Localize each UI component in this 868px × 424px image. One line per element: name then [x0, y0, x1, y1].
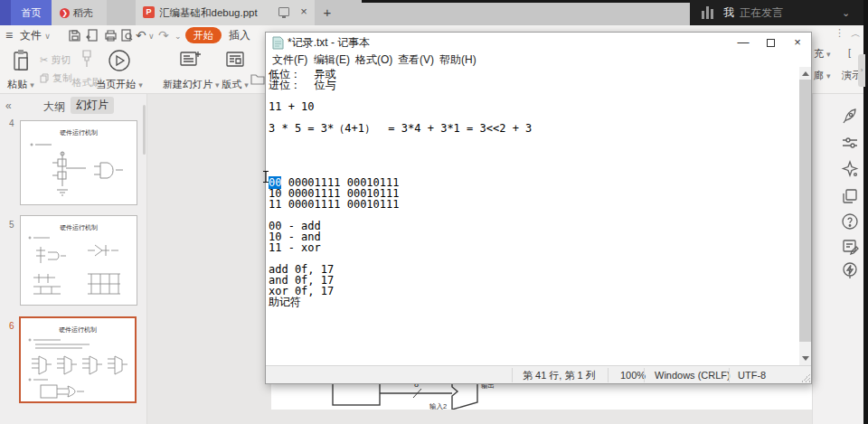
bracket-icon: [ — [848, 47, 851, 58]
speaking-status: 正在发言 — [740, 0, 783, 25]
resize-grip[interactable] — [801, 373, 810, 382]
notepad-text-line: 10 - and — [269, 231, 799, 242]
right-tool-rail — [812, 94, 863, 424]
docer-icon: ❯ — [60, 8, 70, 18]
slide-sketch — [21, 336, 136, 401]
zoom-level[interactable]: 100% — [620, 366, 646, 384]
new-slide-label: 新建幻灯片 — [163, 79, 212, 90]
side-panel-handle[interactable]: › — [858, 54, 865, 87]
notepad-text-line: xor 0f, 17 — [269, 286, 799, 297]
notepad-text-line: 11 - xor — [269, 242, 799, 253]
notepad-text-line: 00 - add — [269, 221, 799, 231]
notepad-text-area[interactable]: 低位： 异或进位： 位与11 + 103 * 5 = 3*（4+1） = 3*4… — [266, 67, 811, 365]
collapse-ribbon-icon[interactable]: ︿ — [851, 27, 861, 41]
menu-edit[interactable]: 编辑(E) — [314, 52, 350, 67]
cast-screen-icon[interactable] — [278, 7, 289, 16]
outline-button-partial[interactable]: 廊 ▾ — [814, 69, 831, 82]
more-vert-icon[interactable]: ⋮ — [835, 27, 844, 39]
help-icon[interactable] — [841, 212, 859, 231]
print-preview-icon[interactable] — [119, 28, 134, 42]
notepad-text-line: add 0f, 17 — [269, 264, 799, 275]
close-document-icon[interactable]: × — [297, 5, 311, 19]
notepad-window: *记录.txt - 记事本 — × 文件(F) 编辑(E) 格式(O) 查看(V… — [265, 32, 812, 384]
scroll-up-icon[interactable] — [799, 67, 811, 80]
file-menu[interactable]: 文件 ∨ — [20, 25, 51, 45]
panel-scrollbar[interactable] — [143, 105, 146, 155]
slide-thumbnail-4[interactable]: 硬件运行机制 — [20, 120, 137, 205]
redo-icon[interactable]: ↷ — [158, 25, 169, 45]
print-icon[interactable] — [103, 28, 118, 42]
menu-format[interactable]: 格式(O) — [355, 52, 392, 67]
meeting-status-bar[interactable]: 我 正在发言 ⌄ — [690, 0, 863, 25]
menu-help[interactable]: 帮助(H) — [439, 52, 476, 67]
more-tools-icon[interactable]: ⌄ — [175, 25, 182, 45]
collapse-panel-button[interactable]: « — [5, 99, 12, 112]
notepad-text-line — [269, 134, 799, 145]
new-slide-button[interactable]: 新建幻灯片 ▾ — [163, 49, 219, 72]
slide-thumbnail-6-selected[interactable]: 硬件运行机制 — [19, 316, 137, 403]
notepad-statusbar: 第 41 行, 第 1 列 100% Windows (CRLF) UTF-8 — [266, 365, 811, 383]
folder-icon[interactable] — [250, 72, 265, 85]
paste-label: 粘贴 — [7, 79, 27, 90]
copy-button[interactable]: 复制 — [40, 71, 72, 85]
tab-outline[interactable]: 大纲 — [43, 99, 65, 115]
notepad-text-line: and 0f, 17 — [269, 275, 799, 286]
tab-docer-label: 稻壳 — [73, 7, 93, 18]
slide-thumbnail-5[interactable]: 硬件运行机制 — [20, 215, 137, 306]
ppt-file-icon: P — [143, 6, 155, 18]
new-tab-button[interactable]: + — [318, 4, 336, 22]
cursor-position: 第 41 行, 第 1 列 — [523, 366, 596, 384]
menu-file[interactable]: 文件(F) — [272, 52, 307, 67]
notepad-title: *记录.txt - 记事本 — [288, 33, 370, 52]
rocket-icon[interactable] — [841, 107, 859, 125]
clipboard-icon — [11, 49, 31, 72]
duplicate-layers-icon[interactable] — [841, 187, 859, 205]
layout-label: 版式 — [222, 79, 241, 90]
play-from-current-button[interactable]: 当页开始 ▾ — [93, 49, 146, 74]
notes-edit-icon[interactable] — [841, 237, 859, 255]
notepad-text-line: 11 + 10 — [269, 101, 799, 112]
notepad-text-line: 低位： 异或 — [269, 69, 799, 80]
audio-level-icon — [702, 6, 716, 19]
cut-label: 剪切 — [51, 54, 71, 65]
input2-label: 输入2 — [429, 402, 447, 410]
notepad-text-line — [269, 145, 799, 155]
flash-pin-icon[interactable] — [841, 261, 859, 279]
layout-button[interactable]: 版式 ▾ — [220, 49, 250, 72]
encoding: UTF-8 — [738, 366, 766, 384]
slide-number-selected: 6 — [9, 321, 14, 331]
wps-presentation-app: 首页 ❯ 稻壳 P 汇编基础和debug.ppt × + 我 正在发言 ⌄ ≡ … — [0, 0, 868, 424]
minimize-button[interactable]: — — [730, 33, 757, 52]
tab-slides[interactable]: 幻灯片 — [71, 97, 114, 114]
undo-dropdown[interactable]: ∨ — [148, 25, 155, 45]
line-ending: Windows (CRLF) — [655, 366, 731, 384]
ribbon-tab-insert[interactable]: 插入 — [229, 25, 250, 45]
notepad-text-line — [269, 155, 799, 166]
hamburger-menu-icon[interactable]: ≡ — [5, 25, 13, 45]
export-icon[interactable] — [85, 28, 99, 42]
undo-icon[interactable]: ↶ — [136, 25, 146, 45]
scroll-down-icon[interactable] — [799, 353, 811, 365]
maximize-button[interactable] — [757, 33, 784, 52]
menu-view[interactable]: 查看(V) — [398, 52, 434, 67]
cut-button[interactable]: ✂ 剪切 — [40, 53, 71, 67]
tab-docer[interactable]: ❯ 稻壳 — [52, 0, 107, 25]
tab-home[interactable]: 首页 — [11, 0, 52, 25]
close-button[interactable]: × — [784, 33, 811, 52]
ribbon-tab-start[interactable]: 开始 — [185, 27, 222, 43]
new-slide-icon — [179, 49, 203, 71]
fill-button-partial[interactable]: 充 ▾ — [814, 47, 831, 61]
notepad-titlebar[interactable]: *记录.txt - 记事本 — × — [266, 33, 811, 52]
chevron-down-icon[interactable]: ⌄ — [842, 0, 850, 25]
notepad-scrollbar[interactable] — [799, 67, 811, 365]
sparkle-star-icon[interactable] — [841, 160, 859, 178]
text-cursor-pointer — [261, 170, 270, 184]
paste-button[interactable]: 粘贴 ▾ — [5, 49, 37, 74]
scrollbar-thumb[interactable] — [799, 80, 811, 342]
notepad-text-line — [269, 90, 799, 101]
tab-document[interactable]: P 汇编基础和debug.ppt × — [136, 0, 315, 25]
notepad-menubar: 文件(F) 编辑(E) 格式(O) 查看(V) 帮助(H) — [266, 52, 811, 67]
save-icon[interactable] — [67, 28, 81, 42]
sliders-icon[interactable] — [841, 134, 859, 152]
notepad-file-icon — [272, 36, 284, 50]
